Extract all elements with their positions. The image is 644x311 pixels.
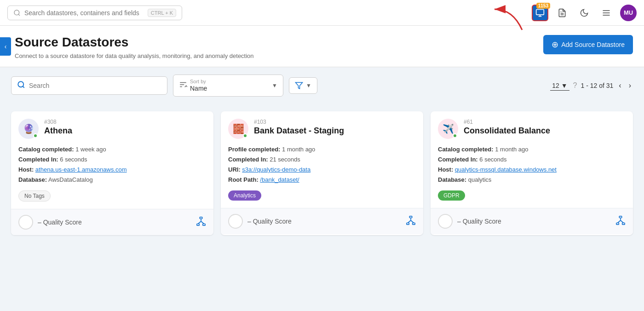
quality-label: – Quality Score xyxy=(457,218,611,225)
status-dot xyxy=(453,133,457,138)
add-source-datastore-button[interactable]: ⊕ Add Source Datastore xyxy=(543,35,633,54)
card-tags: Analytics xyxy=(228,190,416,201)
svg-rect-23 xyxy=(409,216,412,218)
svg-line-22 xyxy=(201,221,204,224)
card-footer: – Quality Score xyxy=(431,208,633,234)
datastore-host-link[interactable]: qualytics-mssql.database.windows.net xyxy=(455,166,557,173)
datastore-card: 🧱 #103 Bank Dataset - Staging Profile co… xyxy=(221,111,423,235)
svg-rect-17 xyxy=(200,217,202,219)
theme-toggle-button[interactable] xyxy=(576,5,592,21)
catalog-value: 1 month ago xyxy=(282,146,315,153)
card-footer: – Quality Score xyxy=(11,209,213,235)
card-body: 🔮 #308 Athena Catalog completed: 1 week … xyxy=(11,111,213,209)
svg-line-27 xyxy=(408,220,411,223)
quality-label: – Quality Score xyxy=(38,219,191,226)
page-subtitle: Connect to a source datastore for data q… xyxy=(15,52,254,59)
per-page-value: 12 xyxy=(552,82,559,89)
filter-icon xyxy=(295,81,303,90)
per-page-select[interactable]: 12 ▼ xyxy=(550,81,569,91)
db-label: Database: xyxy=(438,176,466,183)
page-header: ‹ Source Datastores Connect to a source … xyxy=(0,26,644,67)
status-dot xyxy=(33,133,38,138)
filter-search-container[interactable] xyxy=(11,76,167,95)
datastore-icon-wrap: 🔮 xyxy=(18,119,39,139)
datastore-icon-wrap: 🧱 xyxy=(228,119,248,139)
card-details: Catalog completed: 1 month ago Completed… xyxy=(438,144,626,185)
svg-line-34 xyxy=(621,220,623,223)
document-icon xyxy=(558,8,567,17)
status-dot xyxy=(243,133,247,138)
topology-icon[interactable] xyxy=(406,215,416,228)
datastore-card: 🔮 #308 Athena Catalog completed: 1 week … xyxy=(11,111,213,235)
filter-dropdown-arrow: ▼ xyxy=(306,82,311,89)
moon-icon xyxy=(580,8,589,17)
card-details: Catalog completed: 1 week ago Completed … xyxy=(18,144,206,185)
sort-label: Sort by xyxy=(190,79,269,84)
sort-dropdown[interactable]: Sort by Name ▼ xyxy=(173,75,283,97)
help-icon[interactable]: ? xyxy=(573,81,577,90)
filter-button[interactable]: ▼ xyxy=(289,77,317,94)
catalog-label: Profile completed: xyxy=(228,146,280,153)
notification-badge: 1153 xyxy=(536,3,550,9)
topology-icon[interactable] xyxy=(615,215,626,228)
completed-value: 6 seconds xyxy=(479,156,506,163)
sort-dropdown-arrow: ▼ xyxy=(272,82,277,89)
svg-rect-25 xyxy=(413,223,415,225)
card-tag[interactable]: No Tags xyxy=(18,190,51,202)
page-title-section: Source Datastores Connect to a source da… xyxy=(15,35,254,59)
menu-button[interactable] xyxy=(598,5,615,21)
card-title-area: #308 Athena xyxy=(44,119,206,136)
db-label: Root Path: xyxy=(228,176,259,183)
completed-label: Completed In: xyxy=(438,156,478,163)
topology-icon[interactable] xyxy=(196,216,206,229)
svg-rect-24 xyxy=(407,223,409,225)
page-title: Source Datastores xyxy=(15,35,254,50)
datastore-host-link[interactable]: s3a://qualytics-demo-data xyxy=(242,166,310,173)
plus-icon: ⊕ xyxy=(552,40,558,50)
sort-icon xyxy=(179,81,187,91)
global-search-bar[interactable]: CTRL + K xyxy=(7,6,182,20)
completed-value: 6 seconds xyxy=(60,156,87,163)
card-title-area: #61 Consolidated Balance xyxy=(464,119,626,136)
svg-line-1 xyxy=(18,14,20,16)
next-page-button[interactable]: › xyxy=(627,80,633,92)
datastore-host-link[interactable]: athena.us-east-1.amazonaws.com xyxy=(35,166,127,173)
quality-label: – Quality Score xyxy=(247,218,401,225)
filter-search-input[interactable] xyxy=(29,82,161,89)
completed-label: Completed In: xyxy=(228,156,268,163)
db-label: Database: xyxy=(18,176,47,183)
docs-button[interactable] xyxy=(554,5,570,21)
card-tags: No Tags xyxy=(18,190,206,202)
datastore-db-link[interactable]: /bank_dataset/ xyxy=(260,176,299,183)
completed-label: Completed In: xyxy=(18,156,58,163)
catalog-value: 1 month ago xyxy=(495,146,528,153)
quality-circle xyxy=(18,215,33,230)
avatar[interactable]: MU xyxy=(620,5,637,21)
svg-rect-30 xyxy=(616,223,619,225)
global-search-input[interactable] xyxy=(24,9,144,17)
svg-point-11 xyxy=(18,81,23,87)
toolbar: Sort by Name ▼ ▼ 12 ▼ ? 1 - 12 of 31 ‹ › xyxy=(0,67,644,104)
card-body: ✈️ #61 Consolidated Balance Catalog comp… xyxy=(431,111,633,208)
sort-text: Sort by Name xyxy=(190,79,269,92)
notifications-button[interactable]: 1153 xyxy=(532,5,548,21)
catalog-value: 1 week ago xyxy=(75,146,106,153)
card-tag[interactable]: Analytics xyxy=(228,190,261,201)
back-icon: ‹ xyxy=(5,43,7,50)
card-name[interactable]: Consolidated Balance xyxy=(464,126,626,136)
card-number: #103 xyxy=(254,119,416,125)
datastore-card: ✈️ #61 Consolidated Balance Catalog comp… xyxy=(431,111,633,235)
back-button[interactable]: ‹ xyxy=(0,37,11,56)
card-tags: GDPR xyxy=(438,190,626,201)
card-tag[interactable]: GDPR xyxy=(438,190,465,201)
card-name[interactable]: Athena xyxy=(44,126,206,136)
svg-point-0 xyxy=(14,10,19,15)
card-name[interactable]: Bank Dataset - Staging xyxy=(254,126,416,136)
card-title-area: #103 Bank Dataset - Staging xyxy=(254,119,416,136)
add-button-label: Add Source Datastore xyxy=(561,41,625,48)
pagination-controls: 12 ▼ ? 1 - 12 of 31 ‹ › xyxy=(550,80,633,92)
card-body: 🧱 #103 Bank Dataset - Staging Profile co… xyxy=(221,111,423,208)
prev-page-button[interactable]: ‹ xyxy=(617,80,623,92)
svg-line-21 xyxy=(198,221,201,224)
search-icon xyxy=(13,9,21,17)
